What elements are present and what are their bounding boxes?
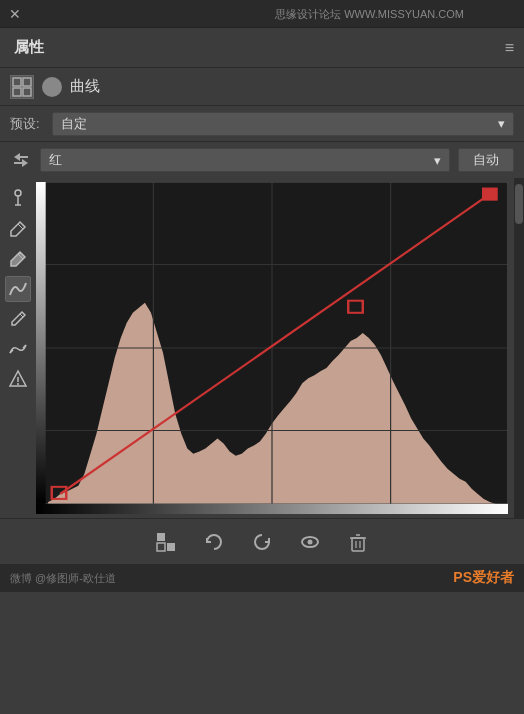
clipping-warning-tool[interactable]	[5, 366, 31, 392]
black-point-eyedropper[interactable]	[5, 246, 31, 272]
channel-row: 红 ▾ 自动	[0, 142, 524, 178]
layer-mask-icon[interactable]	[42, 77, 62, 97]
svg-rect-3	[23, 88, 31, 96]
delete-button[interactable]	[344, 528, 372, 556]
svg-rect-33	[352, 538, 364, 551]
left-toolbar	[0, 178, 36, 518]
footer-watermark-right: PS爱好者	[453, 569, 514, 587]
curve-adjustment-tool[interactable]	[5, 276, 31, 302]
sample-point-tool[interactable]	[5, 186, 31, 212]
watermark: 思缘设计论坛 WWW.MISSYUAN.COM	[275, 7, 464, 22]
channel-value: 红	[49, 151, 62, 169]
svg-rect-0	[13, 78, 21, 86]
menu-icon[interactable]: ≡	[505, 39, 514, 57]
white-point-eyedropper[interactable]	[5, 216, 31, 242]
smooth-tool[interactable]	[5, 336, 31, 362]
preset-value: 自定	[61, 115, 87, 133]
panel-title: 属性	[14, 38, 44, 57]
preset-select[interactable]: 自定 ▾	[52, 112, 514, 136]
pencil-draw-tool[interactable]	[5, 306, 31, 332]
footer-bar: 微博 @修图师-欧仕道 PS爱好者	[0, 564, 524, 592]
scrollbar-thumb[interactable]	[515, 184, 523, 224]
channel-arrow-icon	[10, 149, 32, 171]
refresh1-button[interactable]	[200, 528, 228, 556]
svg-point-13	[17, 383, 19, 385]
svg-rect-1	[23, 78, 31, 86]
close-button[interactable]: ✕	[8, 7, 22, 21]
channel-chevron: ▾	[434, 153, 441, 168]
svg-line-9	[20, 314, 23, 317]
channel-select[interactable]: 红 ▾	[40, 148, 450, 172]
main-area	[0, 178, 524, 518]
svg-rect-2	[13, 88, 21, 96]
svg-rect-27	[483, 188, 498, 200]
curves-canvas[interactable]	[36, 182, 508, 514]
top-bar: ✕ 思缘设计论坛 WWW.MISSYUAN.COM	[0, 0, 524, 28]
curves-title-row: 曲线	[0, 68, 524, 106]
svg-rect-22	[36, 182, 46, 504]
auto-button[interactable]: 自动	[458, 148, 514, 172]
svg-rect-23	[36, 504, 508, 514]
adjustment-layer-icon[interactable]	[10, 75, 34, 99]
svg-rect-30	[157, 543, 165, 551]
preset-chevron: ▾	[498, 116, 505, 131]
footer-watermark-left: 微博 @修图师-欧仕道	[10, 571, 116, 586]
bottom-toolbar	[0, 518, 524, 564]
svg-point-4	[15, 190, 21, 196]
curves-label: 曲线	[70, 77, 100, 96]
svg-rect-28	[157, 533, 165, 541]
curves-area[interactable]	[36, 182, 508, 514]
svg-point-32	[308, 539, 313, 544]
refresh2-button[interactable]	[248, 528, 276, 556]
preset-label: 预设:	[10, 115, 42, 133]
svg-rect-29	[167, 543, 175, 551]
target-adjust-button[interactable]	[152, 528, 180, 556]
preset-row: 预设: 自定 ▾	[0, 106, 524, 142]
visibility-button[interactable]	[296, 528, 324, 556]
panel-header: 属性 ≡	[0, 28, 524, 68]
scrollbar[interactable]	[514, 178, 524, 518]
